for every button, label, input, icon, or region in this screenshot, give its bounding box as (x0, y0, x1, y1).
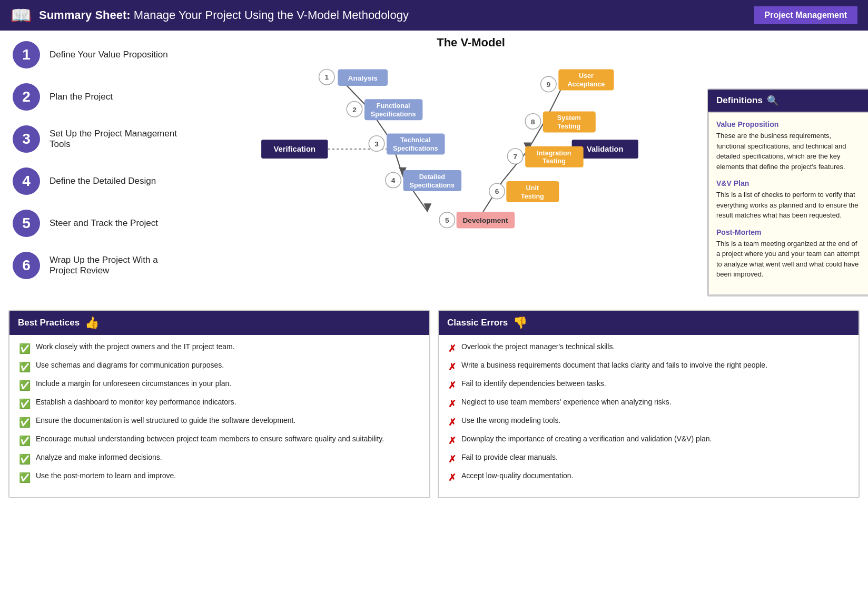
svg-line-2 (391, 141, 402, 175)
x-icon: ✗ (448, 435, 456, 447)
classic-errors-body: ✗ Overlook the project manager's technic… (439, 335, 859, 497)
step-item: 6 Wrap Up the Project With a Project Rev… (13, 252, 188, 279)
header-title-bold: Summary Sheet: (39, 8, 131, 22)
svg-text:User: User (579, 72, 594, 80)
best-practice-text: Include a margin for unforeseen circumst… (36, 379, 231, 388)
vmodel-title: The V-Model (248, 36, 694, 50)
definition-text: This is a team meeting organized at the … (716, 239, 861, 280)
step-circle: 2 (13, 83, 40, 111)
svg-text:Analysis: Analysis (348, 74, 378, 82)
vmodel-diagram: Verification Validation 1 Analysis 2 Fun… (205, 54, 694, 264)
definitions-panel-header: Definitions 🔍 (708, 90, 868, 112)
best-practice-item: ✅ Include a margin for unforeseen circum… (19, 379, 420, 391)
definition-text: This is a list of checks to perform to v… (716, 190, 861, 221)
best-practice-text: Work closely with the project owners and… (36, 342, 235, 351)
definitions-body: Value Proposition These are the business… (708, 112, 868, 295)
check-icon: ✅ (19, 343, 31, 354)
best-practices-header: Best Practices 👍 (9, 311, 429, 335)
classic-error-text: Neglect to use team members' experience … (461, 398, 672, 406)
definitions-column-top: Definitions 🔍 Value Proposition These ar… (699, 31, 868, 304)
svg-line-0 (342, 81, 370, 110)
step-item: 3 Set Up the Project Management Tools (13, 125, 188, 153)
step-circle: 3 (13, 125, 40, 153)
classic-error-item: ✗ Accept low-quality documentation. (448, 471, 849, 483)
best-practice-text: Encourage mutual understanding between p… (36, 435, 384, 443)
best-practice-item: ✅ Use schemas and diagrams for communica… (19, 361, 420, 373)
check-icon: ✅ (19, 398, 31, 410)
svg-text:Testing: Testing (542, 157, 566, 165)
page-header: 📖 Summary Sheet: Manage Your Project Usi… (0, 0, 868, 31)
check-icon: ✅ (19, 361, 31, 373)
definition-item: Post-Mortem This is a team meeting organ… (716, 228, 861, 280)
classic-error-item: ✗ Use the wrong modeling tools. (448, 416, 849, 428)
classic-error-text: Accept low-quality documentation. (461, 471, 573, 480)
svg-text:4: 4 (391, 176, 396, 184)
svg-text:Technical: Technical (400, 136, 430, 144)
step-circle: 4 (13, 167, 40, 195)
svg-rect-43 (506, 181, 559, 202)
svg-rect-29 (387, 134, 445, 155)
x-icon: ✗ (448, 472, 456, 483)
svg-text:9: 9 (547, 81, 551, 88)
svg-text:Unit: Unit (526, 184, 539, 192)
classic-error-item: ✗ Downplay the importance of creating a … (448, 435, 849, 447)
svg-text:Detailed: Detailed (419, 173, 445, 181)
svg-marker-9 (424, 203, 432, 212)
svg-rect-15 (572, 140, 638, 159)
best-practice-item: ✅ Ensure the documentation is well struc… (19, 416, 420, 428)
best-practice-item: ✅ Encourage mutual understanding between… (19, 435, 420, 447)
best-practice-text: Use schemas and diagrams for communicati… (36, 361, 224, 369)
step-item: 4 Define the Detailed Design (13, 167, 188, 195)
best-practice-text: Establish a dashboard to monitor key per… (36, 398, 236, 406)
best-practices-body: ✅ Work closely with the project owners a… (9, 335, 429, 497)
classic-error-text: Fail to identify dependencies between ta… (461, 379, 606, 388)
svg-marker-11 (559, 76, 567, 84)
best-practice-text: Use the post-mortem to learn and improve… (36, 471, 176, 480)
svg-text:Testing: Testing (521, 193, 544, 200)
check-icon: ✅ (19, 472, 31, 483)
svg-text:5: 5 (445, 216, 449, 224)
definition-term: Value Proposition (716, 120, 861, 129)
definition-term: V&V Plan (716, 179, 861, 187)
classic-error-item: ✗ Fail to identify dependencies between … (448, 379, 849, 391)
classic-errors-header: Classic Errors 👎 (439, 311, 859, 335)
svg-point-22 (347, 102, 362, 117)
x-icon: ✗ (448, 343, 456, 354)
best-practice-text: Analyze and make informed decisions. (36, 453, 162, 461)
classic-error-text: Overlook the project manager's technical… (461, 342, 615, 351)
classic-error-item: ✗ Fail to provide clear manuals. (448, 453, 849, 465)
step-circle: 1 (13, 41, 40, 68)
best-practice-item: ✅ Analyze and make informed decisions. (19, 453, 420, 465)
step-item: 5 Steer and Track the Project (13, 210, 188, 237)
svg-text:Development: Development (462, 216, 508, 224)
check-icon: ✅ (19, 380, 31, 391)
best-practices-panel: Best Practices 👍 ✅ Work closely with the… (8, 310, 430, 498)
svg-text:Functional: Functional (377, 102, 410, 110)
step-label: Define the Detailed Design (50, 176, 156, 186)
svg-line-5 (502, 151, 527, 181)
step-label: Define Your Value Proposition (50, 50, 168, 60)
svg-rect-34 (403, 170, 462, 191)
definition-item: Value Proposition These are the business… (716, 120, 861, 172)
best-practice-item: ✅ Work closely with the project owners a… (19, 342, 420, 354)
step-label: Set Up the Project Management Tools (50, 129, 188, 150)
classic-error-text: Use the wrong modeling tools. (461, 416, 560, 425)
project-management-badge: Project Management (754, 6, 857, 24)
best-practice-text: Ensure the documentation is well structu… (36, 416, 295, 425)
svg-point-56 (541, 76, 556, 92)
x-icon: ✗ (448, 453, 456, 465)
step-item: 2 Plan the Project (13, 83, 188, 111)
svg-text:Testing: Testing (557, 123, 580, 130)
step-circle: 5 (13, 210, 40, 237)
definition-text: These are the business requirements, fun… (716, 131, 861, 172)
classic-error-item: ✗ Neglect to use team members' experienc… (448, 398, 849, 410)
svg-marker-8 (399, 167, 407, 176)
svg-text:Specifications: Specifications (393, 145, 438, 152)
header-title-rest: Manage Your Project Using the V-Model Me… (131, 8, 409, 22)
classic-error-text: Write a business requirements document t… (461, 361, 767, 369)
step-label: Steer and Track the Project (50, 218, 158, 229)
bottom-row: Best Practices 👍 ✅ Work closely with the… (0, 304, 868, 504)
svg-text:3: 3 (374, 140, 379, 148)
svg-text:System: System (557, 114, 581, 122)
svg-rect-58 (558, 69, 614, 90)
